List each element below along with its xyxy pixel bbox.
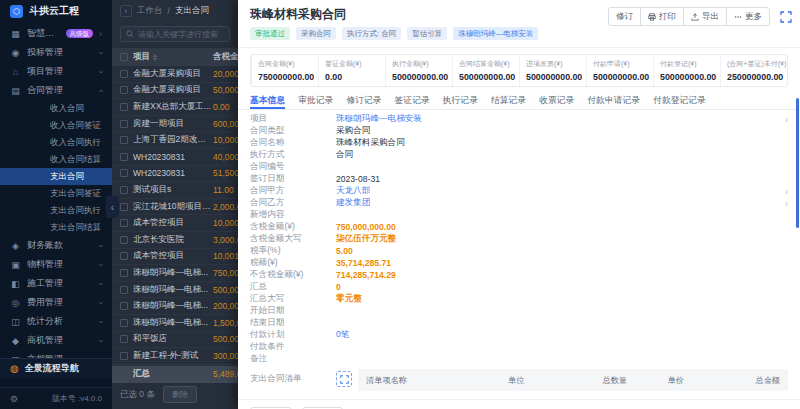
table-row[interactable]: 珠穆朗玛峰—电梯... 1,500,000 bbox=[112, 315, 238, 332]
row-checkbox[interactable] bbox=[120, 269, 128, 277]
row-checkbox[interactable] bbox=[120, 86, 128, 94]
expand-icon[interactable] bbox=[336, 371, 352, 387]
sidebar-item[interactable]: ◫ 统计分析 › bbox=[0, 312, 112, 331]
sidebar-item[interactable]: 收入合同执行 bbox=[0, 134, 112, 151]
sidebar-item-label: 施工管理 bbox=[27, 277, 93, 290]
more-button[interactable]: 更多 bbox=[726, 7, 770, 26]
field-label: 汇总 bbox=[250, 281, 336, 293]
fullscreen-icon[interactable] bbox=[780, 9, 792, 27]
table-row[interactable]: 新建工程-外-测试 300,000.0 bbox=[112, 348, 238, 365]
back-button[interactable]: ‹ bbox=[120, 5, 132, 17]
tab[interactable]: 收票记录 bbox=[539, 93, 574, 109]
row-checkbox[interactable] bbox=[120, 70, 128, 78]
sidebar-item-label: 合同管理 bbox=[27, 84, 93, 97]
table-row[interactable]: 北京长安医院 3,000.00 bbox=[112, 232, 238, 249]
row-checkbox[interactable] bbox=[120, 302, 128, 310]
table-row[interactable]: 房建一期项目 600,000.0 bbox=[112, 116, 238, 133]
sidebar-item[interactable]: ▦ 智慧大屏 高级版 › bbox=[0, 24, 112, 43]
row-checkbox[interactable] bbox=[120, 203, 128, 211]
field-label: 合同名称 bbox=[250, 137, 336, 149]
table-row[interactable]: 上海丁香园2期改造... 10,000.00 bbox=[112, 132, 238, 149]
sidebar-item[interactable]: ◆ 商机管理 › bbox=[0, 331, 112, 350]
field-label: 税率(%) bbox=[250, 245, 336, 257]
sidebar-item[interactable]: 支出合同执行 bbox=[0, 202, 112, 219]
tab[interactable]: 签证记录 bbox=[395, 93, 430, 109]
row-checkbox[interactable] bbox=[120, 120, 128, 128]
app-logo[interactable]: ⬡ 斗拱云工程 bbox=[0, 0, 112, 22]
row-checkbox[interactable] bbox=[120, 352, 128, 360]
sidebar-item[interactable]: ◧ 施工管理 › bbox=[0, 274, 112, 293]
sidebar-item[interactable]: ▤ 合同管理 › bbox=[0, 81, 112, 100]
app-window: ⬡ 斗拱云工程 ▦ 智慧大屏 高级版 › ◉ 投标管理 › bbox=[0, 0, 800, 409]
search-input[interactable]: 请输入关键字进行搜索 bbox=[120, 26, 230, 42]
field-label: 合同甲方 bbox=[250, 185, 336, 197]
form-row: 合同编号 bbox=[250, 161, 788, 173]
table-row[interactable]: 珠穆朗玛峰—电梯... 500,000,0 bbox=[112, 282, 238, 299]
row-checkbox[interactable] bbox=[120, 319, 128, 327]
row-checkbox[interactable] bbox=[120, 219, 128, 227]
table-row[interactable]: 测试项目s 11.00 bbox=[112, 182, 238, 199]
row-checkbox[interactable] bbox=[120, 136, 128, 144]
table-row[interactable]: 新建XX总部大厦工... 0.00 bbox=[112, 99, 238, 116]
project-name: 珠穆朗玛峰—电梯... bbox=[133, 300, 211, 312]
table-row[interactable]: 珠穆朗玛峰—电梯... 750,000,0 bbox=[112, 265, 238, 282]
table-row[interactable]: 珠穆朗玛峰—电梯... 200,000,0 bbox=[112, 298, 238, 315]
sidebar-item[interactable]: 收入合同签证 bbox=[0, 117, 112, 134]
stat-card: 进项发票(¥) 500000000.00 bbox=[519, 55, 586, 86]
chevron-right-icon[interactable]: › bbox=[785, 186, 788, 197]
sort-icon[interactable] bbox=[153, 54, 157, 61]
chevron-right-icon[interactable]: › bbox=[785, 198, 788, 209]
delete-button[interactable]: 删除 bbox=[163, 386, 197, 403]
row-checkbox[interactable] bbox=[120, 236, 128, 244]
row-checkbox[interactable] bbox=[120, 335, 128, 343]
print-button[interactable]: 打印 bbox=[640, 7, 684, 26]
export-button[interactable]: 导出 bbox=[683, 7, 727, 26]
breadcrumb-root[interactable]: 工作台 bbox=[137, 5, 163, 17]
sidebar-item[interactable]: 支出合同签证 bbox=[0, 185, 112, 202]
revise-button[interactable]: 修订 bbox=[608, 7, 641, 26]
table-row[interactable]: WH20230831 51,500.00 bbox=[112, 166, 238, 183]
scrollbar-thumb[interactable] bbox=[796, 98, 799, 228]
sidebar-item[interactable]: 收入合同 bbox=[0, 100, 112, 117]
sidebar-item[interactable]: 支出合同 bbox=[0, 168, 112, 185]
select-all-checkbox[interactable] bbox=[120, 53, 128, 61]
amount-cell: 10,000.00 bbox=[213, 135, 238, 145]
table-row[interactable]: 金融大厦采购项目 50,000.00 bbox=[112, 83, 238, 100]
sidebar-item[interactable]: ◉ 投标管理 › bbox=[0, 43, 112, 62]
field-label: 结束日期 bbox=[250, 317, 336, 329]
sidebar-item[interactable]: 收入合同结算 bbox=[0, 151, 112, 168]
chevron-right-icon[interactable]: › bbox=[785, 114, 788, 125]
tab[interactable]: 基本信息 bbox=[250, 93, 285, 109]
table-row[interactable]: WH20230831 40,000.00 bbox=[112, 149, 238, 166]
process-navigation[interactable]: ◍ 全景流程导航 bbox=[0, 358, 112, 378]
sidebar-item-label: 统计分析 bbox=[27, 315, 93, 328]
table-row[interactable]: 和平饭店 500.00 bbox=[112, 332, 238, 349]
row-checkbox[interactable] bbox=[120, 286, 128, 294]
tab[interactable]: 结算记录 bbox=[491, 93, 526, 109]
sidebar-item[interactable]: ◎ 费用管理 › bbox=[0, 293, 112, 312]
row-checkbox[interactable] bbox=[120, 103, 128, 111]
sidebar-item-label: 投标管理 bbox=[27, 46, 93, 59]
gear-icon[interactable]: ⚙ bbox=[10, 394, 18, 404]
sidebar-item[interactable]: ◈ 财务账款 › bbox=[0, 236, 112, 255]
sidebar-item[interactable]: ▣ 物料管理 › bbox=[0, 255, 112, 274]
row-checkbox[interactable] bbox=[120, 153, 128, 161]
row-checkbox[interactable] bbox=[120, 169, 128, 177]
tab[interactable]: 付款登记记录 bbox=[653, 93, 706, 109]
stat-label: 付款申请(¥) bbox=[593, 59, 647, 69]
sidebar-collapse-handle[interactable]: ‹ bbox=[106, 196, 119, 218]
table-row[interactable]: 成本管控项目 10,001.00 bbox=[112, 249, 238, 266]
sidebar-item[interactable]: ⌂ 项目管理 › bbox=[0, 62, 112, 81]
table-row[interactable]: 成本管控项目 10,000.00 bbox=[112, 215, 238, 232]
table-row[interactable]: 滨江花城10期项目-... 2,000.00 bbox=[112, 199, 238, 216]
tab[interactable]: 审批记录 bbox=[298, 93, 333, 109]
status-tag: 审批通过 bbox=[250, 27, 290, 40]
sidebar-item[interactable]: 支出合同结算 bbox=[0, 219, 112, 236]
row-checkbox[interactable] bbox=[120, 252, 128, 260]
tab[interactable]: 付款申请记录 bbox=[587, 93, 640, 109]
tab[interactable]: 修订记录 bbox=[346, 93, 381, 109]
tab[interactable]: 执行记录 bbox=[443, 93, 478, 109]
field-label: 合同乙方 bbox=[250, 197, 336, 209]
table-row[interactable]: 金融大厦采购项目 20,000.00 bbox=[112, 66, 238, 83]
row-checkbox[interactable] bbox=[120, 186, 128, 194]
